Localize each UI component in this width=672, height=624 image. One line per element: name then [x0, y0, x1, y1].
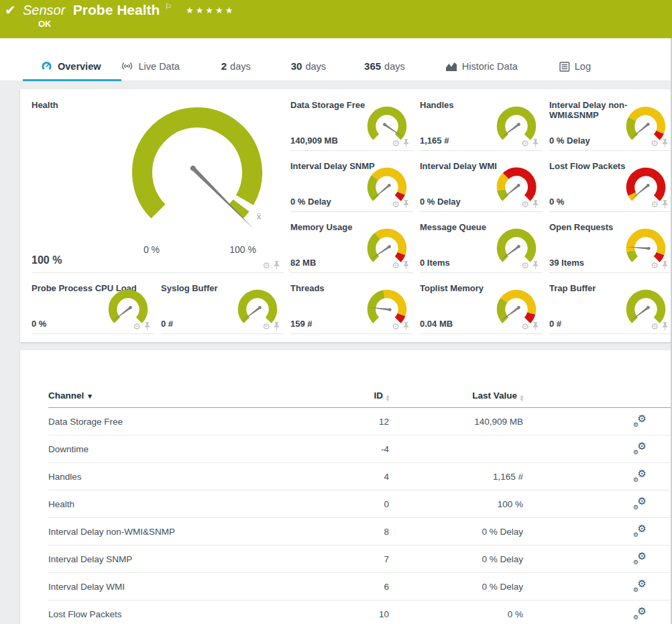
channel-settings-icon[interactable]: ⚙⚙ — [633, 552, 647, 564]
gear-icon[interactable]: ⚙ — [262, 261, 270, 270]
pin-icon[interactable] — [273, 321, 280, 331]
channel-settings-icon[interactable]: ⚙⚙ — [633, 497, 647, 509]
svg-text:0 %: 0 % — [144, 244, 160, 255]
gear-icon[interactable]: ⚙ — [521, 322, 529, 331]
tab-historic-data[interactable]: Historic Data — [445, 61, 518, 81]
tab-30-days[interactable]: 30days — [291, 60, 326, 81]
pin-icon[interactable] — [532, 199, 539, 209]
gauge-value: 39 Items — [549, 258, 584, 268]
channel-settings-icon[interactable]: ⚙⚙ — [633, 442, 647, 454]
tab-number: 30 — [291, 60, 302, 72]
gauge-actions: ⚙ — [521, 199, 539, 209]
gear-icon[interactable]: ⚙ — [262, 322, 270, 331]
id-header-label: ID — [374, 391, 383, 401]
pin-icon[interactable] — [402, 321, 410, 331]
tab-live-data[interactable]: Live Data — [120, 60, 180, 81]
gear-icon[interactable]: ⚙ — [651, 322, 659, 331]
pin-icon[interactable] — [532, 138, 539, 148]
gear-icon[interactable]: ⚙ — [521, 139, 529, 148]
channel-name[interactable]: Downtime — [48, 444, 341, 454]
gauge-value: 100 % — [32, 254, 62, 266]
channel-name[interactable]: Data Storage Free — [48, 417, 341, 427]
gear-icon[interactable]: ⚙ — [651, 139, 659, 148]
channel-id: 7 — [341, 554, 389, 564]
gauge-cell-memory-usage: Memory Usage82 MB⚙ — [290, 218, 413, 273]
pin-icon[interactable] — [532, 321, 539, 331]
channel-id: 8 — [341, 527, 389, 537]
priority-stars[interactable]: ★★★★★ — [186, 5, 235, 15]
tab-overview[interactable]: Overview — [40, 60, 101, 81]
pin-icon[interactable] — [661, 260, 669, 270]
gear-icon[interactable]: ⚙ — [392, 322, 400, 331]
tab-bar: OverviewLive Data2days30days365daysHisto… — [0, 38, 672, 81]
gear-icon[interactable]: ⚙ — [133, 322, 141, 331]
channel-settings-icon[interactable]: ⚙⚙ — [633, 580, 647, 592]
gear-icon[interactable]: ⚙ — [392, 261, 400, 270]
pin-icon[interactable] — [273, 260, 280, 270]
gauge-actions: ⚙ — [133, 321, 151, 331]
column-header-channel[interactable]: Channel▾ — [48, 391, 341, 401]
gear-icon[interactable]: ⚙ — [651, 261, 659, 270]
sensor-header: ✔ Sensor Probe Health ⚐ ★★★★★ OK — [0, 0, 672, 38]
channel-settings-icon[interactable]: ⚙⚙ — [633, 470, 647, 482]
column-header-last-value[interactable]: Last Value▴▾ — [389, 391, 523, 401]
gauge-value: 0.04 MB — [420, 319, 453, 329]
channel-name[interactable]: Interval Delay SNMP — [48, 554, 341, 564]
gauge-cell-data-storage-free: Data Storage Free140,909 MB⚙ — [290, 96, 413, 151]
tab-label: Log — [575, 61, 591, 72]
gear-icon[interactable]: ⚙ — [521, 200, 529, 209]
pin-icon[interactable] — [402, 138, 410, 148]
gauge-actions: ⚙ — [521, 321, 539, 331]
channel-settings-icon[interactable]: ⚙⚙ — [633, 607, 647, 619]
channel-name[interactable]: Interval Delay WMI — [48, 582, 341, 592]
gear-icon[interactable]: ⚙ — [392, 139, 400, 148]
channel-row-data-storage-free[interactable]: Data Storage Free12140,909 MB⚙⚙ — [48, 408, 672, 435]
column-header-id[interactable]: ID▴▾ — [341, 391, 389, 401]
channel-row-interval-delay-snmp[interactable]: Interval Delay SNMP70 % Delay⚙⚙ — [48, 545, 672, 573]
pin-icon[interactable] — [144, 321, 151, 331]
tab-label: Live Data — [139, 61, 180, 72]
channel-last-value: 140,909 MB — [389, 417, 523, 427]
pin-icon[interactable] — [661, 199, 669, 209]
pin-icon[interactable] — [402, 260, 410, 270]
gear-icon[interactable]: ⚙ — [521, 261, 529, 270]
channel-row-interval-delay-non-wmi-snmp[interactable]: Interval Delay non-WMI&SNMP80 % Delay⚙⚙ — [48, 518, 672, 545]
channel-id: 6 — [341, 582, 389, 592]
tab-2-days[interactable]: 2days — [221, 60, 251, 81]
channel-row-handles[interactable]: Handles41,165 #⚙⚙ — [48, 463, 672, 490]
gauge-value: 140,909 MB — [290, 136, 338, 146]
gauge-actions: ⚙ — [651, 199, 669, 209]
historic-chart-icon — [445, 61, 457, 72]
channel-row-downtime[interactable]: Downtime-4⚙⚙ — [48, 435, 672, 463]
channel-name[interactable]: Health — [48, 499, 341, 509]
pin-icon[interactable] — [532, 260, 539, 270]
channel-row-lost-flow-packets[interactable]: Lost Flow Packets100 %⚙⚙ — [48, 601, 672, 624]
gauge-value: 0 % — [549, 197, 564, 207]
gauge-value: 0 % Delay — [290, 197, 331, 207]
pin-icon[interactable] — [661, 138, 669, 148]
channel-name[interactable]: Interval Delay non-WMI&SNMP — [48, 527, 341, 537]
gear-icon[interactable]: ⚙ — [651, 200, 659, 209]
pin-icon[interactable] — [661, 321, 669, 331]
pin-icon[interactable] — [402, 199, 410, 209]
gauge-value: 0 % Delay — [549, 136, 590, 146]
channel-id: 12 — [341, 417, 389, 427]
last-value-header-label: Last Value — [472, 391, 517, 401]
gauge-cell-open-requests: Open Requests39 Items⚙ — [549, 218, 672, 273]
gauge-value: 0 % Delay — [420, 197, 461, 207]
tab-log[interactable]: Log — [559, 61, 591, 81]
channel-settings-icon[interactable]: ⚙⚙ — [633, 525, 647, 537]
channel-name[interactable]: Lost Flow Packets — [48, 609, 341, 619]
channel-name[interactable]: Handles — [48, 472, 341, 482]
tab-number: 365 — [364, 60, 381, 72]
flag-icon[interactable]: ⚐ — [165, 2, 172, 11]
gear-icon[interactable]: ⚙ — [392, 200, 400, 209]
gauge-cell-interval-delay-wmi: Interval Delay WMI0 % Delay⚙ — [420, 157, 543, 212]
channel-row-health[interactable]: Health0100 %⚙⚙ — [48, 490, 672, 518]
channel-settings-icon[interactable]: ⚙⚙ — [633, 415, 647, 427]
tab-365-days[interactable]: 365days — [364, 60, 405, 81]
tab-label: days — [230, 61, 251, 72]
channel-row-interval-delay-wmi[interactable]: Interval Delay WMI60 % Delay⚙⚙ — [48, 573, 672, 601]
gauge-icon — [40, 60, 53, 72]
gauge-cell-interval-delay-snmp: Interval Delay SNMP0 % Delay⚙ — [290, 157, 413, 212]
